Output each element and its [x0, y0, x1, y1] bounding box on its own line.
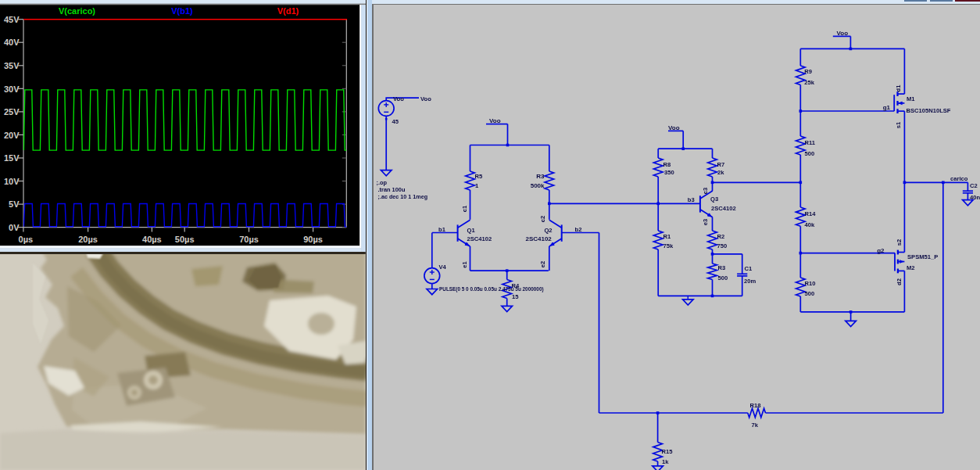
svg-text:Voo: Voo	[489, 117, 501, 124]
svg-text:g1: g1	[883, 104, 891, 111]
svg-text:R15: R15	[662, 448, 674, 455]
svg-text:2SC4102: 2SC4102	[525, 235, 552, 242]
svg-text:R14: R14	[805, 210, 817, 217]
svg-text:25k: 25k	[804, 79, 814, 86]
svg-text:SPSM51_P: SPSM51_P	[907, 253, 938, 260]
svg-text:R9: R9	[804, 68, 812, 75]
svg-text:20m: 20m	[744, 278, 756, 285]
svg-text:500: 500	[805, 290, 815, 297]
svg-text:2SC4102: 2SC4102	[467, 235, 492, 242]
svg-text:R10: R10	[805, 280, 816, 287]
svg-text:R2: R2	[717, 233, 725, 240]
svg-text:75k: 75k	[663, 242, 674, 249]
svg-text:2k: 2k	[717, 169, 724, 176]
svg-text:C2: C2	[970, 182, 978, 189]
svg-text:g2: g2	[877, 247, 885, 254]
svg-text:Voo: Voo	[420, 95, 431, 102]
svg-text:500: 500	[718, 274, 728, 282]
svg-text:40n: 40n	[970, 194, 980, 201]
svg-text:;.ac dec 10 1 1meg: ;.ac dec 10 1 1meg	[378, 193, 428, 200]
svg-text:b3: b3	[688, 196, 695, 203]
svg-text:carico: carico	[950, 175, 968, 182]
svg-text:R1: R1	[663, 233, 671, 240]
svg-text:500: 500	[805, 150, 815, 157]
svg-text:R7: R7	[717, 161, 725, 168]
svg-text:R5: R5	[475, 173, 483, 180]
svg-text:750: 750	[717, 242, 728, 249]
svg-text:c3: c3	[702, 188, 709, 194]
svg-text:c1: c1	[461, 205, 468, 212]
svg-text:s1: s1	[895, 121, 902, 128]
svg-text:b1: b1	[438, 226, 446, 233]
svg-text:.tran 100u: .tran 100u	[378, 186, 406, 193]
svg-text:45: 45	[392, 118, 399, 125]
svg-text:R11: R11	[805, 139, 816, 146]
svg-text:R3: R3	[536, 173, 545, 180]
svg-text:2SC4102: 2SC4102	[711, 205, 736, 212]
svg-text:1k: 1k	[662, 458, 669, 465]
svg-text:PULSE(0 5 0 0.05u 0.05u 2.475u: PULSE(0 5 0 0.05u 0.05u 2.475u 5u 200000…	[439, 286, 544, 292]
svg-text:;.op: ;.op	[377, 179, 388, 186]
svg-text:Q3: Q3	[710, 196, 718, 203]
svg-text:Voo: Voo	[393, 95, 404, 102]
svg-text:15: 15	[512, 293, 519, 300]
svg-text:d1: d1	[895, 84, 902, 92]
svg-text:M1: M1	[907, 95, 915, 102]
svg-text:350: 350	[664, 169, 674, 176]
svg-text:Q2: Q2	[544, 227, 552, 234]
svg-text:Q1: Q1	[467, 227, 476, 234]
svg-text:Voo: Voo	[837, 30, 849, 37]
svg-text:40k: 40k	[805, 221, 815, 228]
svg-text:R18: R18	[750, 402, 761, 409]
svg-text:e2: e2	[539, 261, 546, 267]
svg-text:Voo: Voo	[668, 124, 680, 131]
svg-text:d2: d2	[896, 278, 903, 285]
svg-text:s2: s2	[896, 239, 903, 246]
svg-text:R4: R4	[512, 282, 520, 289]
svg-text:e1: e1	[461, 261, 468, 268]
svg-text:500k: 500k	[531, 182, 545, 189]
svg-text:e3: e3	[702, 219, 709, 225]
svg-text:M2: M2	[907, 264, 915, 271]
svg-text:b2: b2	[575, 226, 582, 233]
svg-text:V4: V4	[439, 264, 447, 271]
svg-text:7k: 7k	[752, 422, 759, 429]
svg-text:1: 1	[475, 182, 479, 189]
svg-text:BSC105N10LSF: BSC105N10LSF	[907, 107, 951, 114]
svg-text:C1: C1	[745, 265, 753, 272]
svg-text:c2: c2	[539, 216, 546, 222]
svg-text:R3: R3	[718, 264, 726, 271]
svg-text:R8: R8	[663, 161, 671, 168]
